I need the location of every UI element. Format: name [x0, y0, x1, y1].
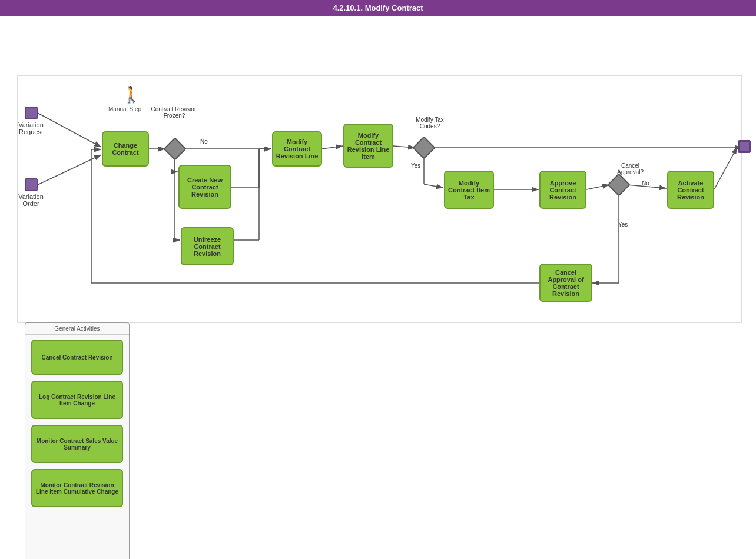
monitor-cumulative-panel-activity[interactable]: Monitor Contract Revision Line Item Cumu…	[31, 469, 123, 507]
svg-line-16	[586, 185, 609, 189]
general-activities-title: General Activities	[25, 323, 129, 335]
svg-line-2	[38, 155, 101, 185]
modify-contract-item-tax-activity[interactable]: Modify Contract Item Tax	[444, 171, 494, 209]
cancel-contract-revision-panel-activity[interactable]: Cancel Contract Revision	[31, 340, 123, 375]
main-canvas: Variation Request Variation Order 🚶 Manu…	[0, 16, 756, 559]
log-contract-revision-panel-activity[interactable]: Log Contract Revision Line Item Change	[31, 381, 123, 419]
manual-step-label: Manual Step	[108, 106, 141, 112]
general-activities-panel: General Activities Cancel Contract Revis…	[25, 322, 130, 559]
approve-contract-revision-activity[interactable]: Approve Contract Revision	[539, 171, 586, 209]
monitor-sales-panel-activity[interactable]: Monitor Contract Sales Value Summary	[31, 425, 123, 463]
variation-request-event	[25, 107, 38, 119]
change-contract-activity[interactable]: Change Contract	[102, 131, 149, 167]
svg-rect-0	[18, 75, 742, 322]
unfreeze-contract-revision-activity[interactable]: Unfreeze Contract Revision	[181, 227, 234, 265]
tax-gateway	[412, 136, 436, 159]
modify-contract-revision-line-activity[interactable]: Modify Contract Revision Line	[272, 131, 322, 167]
svg-line-14	[424, 184, 443, 188]
end-event	[738, 140, 751, 153]
modify-contract-revision-line-item-activity[interactable]: Modify Contract Revision Line Item	[343, 124, 393, 168]
yes-tax-label: Yes	[411, 162, 420, 169]
variation-order-label: Variation Order	[12, 193, 50, 207]
yes-cancel-label: Yes	[618, 221, 628, 228]
tax-gateway-label: Modify Tax Codes?	[409, 117, 450, 129]
variation-order-event	[25, 178, 38, 191]
svg-line-28	[714, 147, 737, 189]
no-frozen-label: No	[200, 138, 208, 145]
svg-line-9	[322, 146, 343, 149]
variation-request-label: Variation Request	[12, 121, 50, 135]
frozen-gateway	[163, 137, 187, 161]
cancel-gateway-label: Cancel Approval?	[611, 162, 649, 175]
create-new-contract-revision-activity[interactable]: Create New Contract Revision	[178, 165, 231, 209]
frozen-gateway-label: Contract Revision Frozen?	[151, 106, 198, 119]
no-cancel-label: No	[642, 180, 649, 187]
cancel-gateway	[607, 173, 631, 197]
title-bar: 4.2.10.1. Modify Contract	[0, 0, 756, 16]
manual-step-icon: 🚶	[114, 86, 149, 104]
activate-contract-revision-activity[interactable]: Activate Contract Revision	[667, 171, 714, 209]
svg-line-10	[393, 146, 415, 148]
page-title: 4.2.10.1. Modify Contract	[333, 4, 423, 12]
cancel-approval-contract-revision-activity[interactable]: Cancel Approval of Contract Revision	[539, 264, 592, 302]
